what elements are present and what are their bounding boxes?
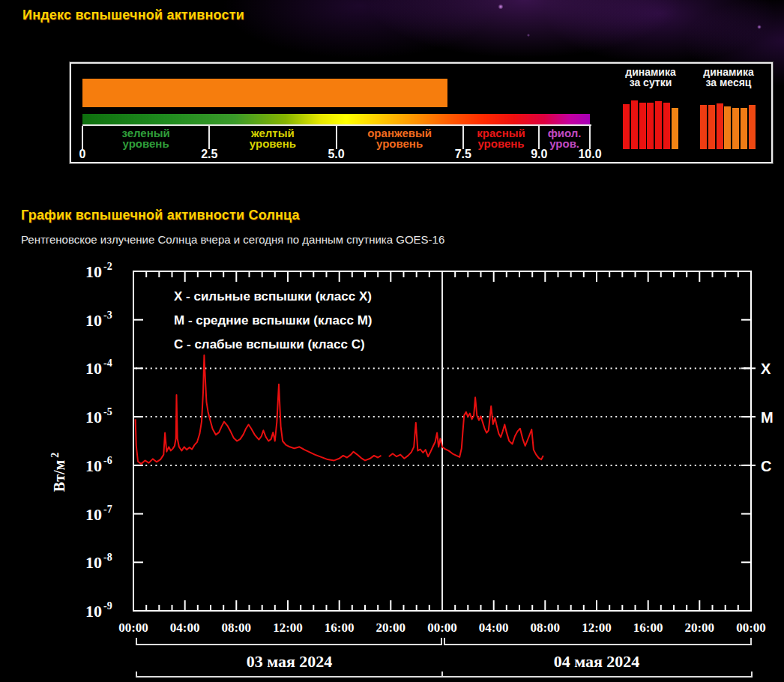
y-axis-label: 10-4 (85, 357, 112, 378)
y-axis-label: 10-9 (85, 600, 112, 621)
legend-line: М - средние вспышки (класс М) (174, 313, 372, 328)
next-section-bracket (136, 672, 752, 677)
date-label-day1: 03 мая 2024 (247, 652, 333, 671)
date-bracket-day1 (136, 638, 441, 645)
y-axis-label: 10-3 (85, 310, 112, 330)
y-axis-label: 10-8 (85, 552, 112, 572)
y-axis-label: 10-7 (85, 504, 112, 524)
x-axis-time-label: 08:00 (530, 621, 560, 635)
class-label: M (761, 409, 774, 426)
x-axis-time-label: 04:00 (170, 621, 200, 635)
x-axis-time-label: 08:00 (221, 621, 251, 635)
legend-line: X - сильные вспышки (класс X) (174, 289, 372, 304)
y-axis-title: Вт/м2 (49, 453, 67, 492)
y-axis-label: 10-5 (85, 406, 112, 426)
y-axis-label: 10-6 (85, 455, 112, 475)
y-axis-label: 10-2 (85, 261, 112, 281)
legend-line: С - слабые вспышки (класс С) (174, 337, 365, 351)
date-label-day2: 04 мая 2024 (554, 652, 640, 671)
class-label: C (761, 458, 771, 474)
xray-chart-svg: 10-210-310-410-510-610-710-810-9XMCX - с… (0, 0, 784, 682)
x-axis-time-label: 00:00 (118, 621, 148, 635)
x-axis-time-label: 04:00 (479, 621, 509, 635)
x-axis-time-label: 20:00 (684, 621, 714, 635)
x-axis-time-label: 12:00 (582, 621, 612, 635)
class-label: X (761, 360, 771, 377)
x-axis-time-label: 00:00 (427, 621, 457, 635)
xray-flux-curve (389, 397, 543, 459)
xray-flux-curve (136, 355, 382, 464)
x-axis-time-label: 16:00 (325, 621, 355, 635)
page: Индекс вспышечной активности 02.55.07.59… (0, 0, 784, 682)
x-axis-time-label: 16:00 (633, 621, 663, 635)
date-bracket-day2 (444, 638, 751, 645)
x-axis-time-label: 12:00 (273, 621, 303, 635)
x-axis-time-label: 00:00 (736, 621, 766, 635)
x-axis-time-label: 20:00 (376, 621, 405, 635)
